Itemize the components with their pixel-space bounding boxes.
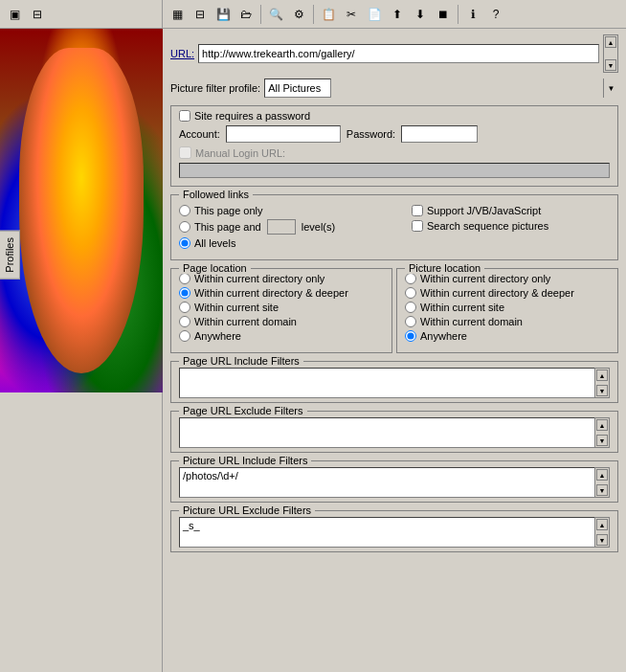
level-input[interactable] [267, 219, 296, 235]
sep-3 [458, 5, 458, 24]
picture-url-exclude-input[interactable] [179, 517, 594, 548]
url-label[interactable]: URL: [170, 48, 194, 59]
picture-url-exclude-scroll-down[interactable]: ▼ [596, 534, 608, 546]
page-url-exclude-scroll-down[interactable]: ▼ [596, 435, 608, 446]
toolbar-btn-up[interactable]: ⬆ [387, 4, 408, 25]
followed-links-section: Followed links This page only This page … [170, 194, 618, 260]
picture-url-include-scroll-up[interactable]: ▲ [596, 469, 608, 481]
page-url-exclude-section: Page URL Exclude Filters ▲ ▼ [170, 411, 618, 453]
page-loc-row-4: Anywhere [179, 330, 384, 342]
password-checkbox-row: Site requires a password [179, 110, 610, 122]
manual-login-bar [179, 163, 610, 178]
page-url-include-legend: Page URL Include Filters [179, 355, 303, 367]
this-page-only-radio[interactable] [179, 205, 190, 216]
account-label: Account: [179, 128, 220, 140]
page-url-exclude-scrollbar: ▲ ▼ [594, 417, 610, 448]
toolbar-btn-stop2[interactable]: ⏹ [433, 4, 454, 25]
toolbar-btn-cut[interactable]: ✂ [341, 4, 362, 25]
search-sequence-row: Search sequence pictures [412, 220, 610, 232]
sidebar-btn-1[interactable]: ▣ [4, 4, 25, 25]
pic-loc-radio-0[interactable] [405, 273, 416, 284]
support-js-checkbox[interactable] [412, 205, 423, 216]
pic-loc-label-2: Within current site [420, 302, 504, 313]
this-page-and-label: This page and [194, 221, 261, 233]
manual-login-row: Manual Login URL: [179, 146, 610, 159]
page-loc-radio-4[interactable] [179, 330, 190, 342]
picture-url-include-scroll-down[interactable]: ▼ [596, 484, 608, 496]
pic-loc-radio-2[interactable] [405, 302, 416, 313]
page-url-exclude-legend: Page URL Exclude Filters [179, 405, 307, 416]
profiles-tab[interactable]: Profiles [0, 231, 20, 280]
form-area: URL: ▲ ▼ Picture filter profile: All Pic… [163, 29, 626, 672]
this-page-only-row: This page only [179, 205, 403, 216]
toolbar-btn-open[interactable]: 🗁 [235, 4, 257, 25]
pic-loc-radio-3[interactable] [405, 316, 416, 327]
sep-2 [313, 5, 314, 24]
picture-url-exclude-area: ▲ ▼ [179, 517, 610, 548]
page-location-box: Page location Within current directory o… [170, 268, 392, 353]
url-scroll-down[interactable]: ▼ [605, 59, 616, 71]
page-url-exclude-scroll-up[interactable]: ▲ [596, 419, 608, 431]
profile-select-wrapper: All Pictures Images Only Custom ▼ [264, 78, 618, 98]
page-loc-radio-2[interactable] [179, 302, 190, 313]
toolbar-btn-copy1[interactable]: 📋 [318, 4, 339, 25]
page-url-include-area: ▲ ▼ [179, 368, 610, 398]
page-loc-label-3: Within current domain [194, 316, 297, 327]
mask-face-decoration [19, 48, 144, 373]
toolbar-btn-help[interactable]: ? [485, 4, 506, 25]
sidebar-btn-2[interactable]: ⊟ [27, 4, 48, 25]
pic-loc-radio-4[interactable] [405, 330, 416, 342]
profile-dropdown-arrow[interactable]: ▼ [603, 78, 618, 98]
manual-login-label: Manual Login URL: [195, 147, 285, 159]
account-input[interactable] [226, 125, 341, 143]
page-loc-row-1: Within current directory & deeper [179, 287, 384, 299]
picture-url-exclude-scrollbar: ▲ ▼ [594, 517, 610, 548]
page-location-legend: Page location [179, 262, 251, 274]
password-checkbox[interactable] [179, 110, 190, 122]
toolbar-btn-paste[interactable]: 📄 [364, 4, 385, 25]
page-loc-radio-0[interactable] [179, 273, 190, 284]
page-url-exclude-area: ▲ ▼ [179, 417, 610, 448]
pic-loc-label-1: Within current directory & deeper [420, 287, 574, 299]
url-input[interactable] [198, 44, 599, 63]
url-scrollbar[interactable]: ▲ ▼ [603, 34, 618, 73]
picture-url-include-input[interactable] [179, 467, 594, 498]
profile-select[interactable]: All Pictures Images Only Custom [264, 78, 331, 98]
picture-url-include-legend: Picture URL Include Filters [179, 455, 311, 466]
this-page-only-label: This page only [194, 205, 263, 216]
page-loc-radio-3[interactable] [179, 316, 190, 327]
this-page-and-radio[interactable] [179, 221, 190, 233]
page-url-include-scrollbar: ▲ ▼ [594, 368, 610, 398]
search-sequence-checkbox[interactable] [412, 220, 423, 232]
page-loc-label-4: Anywhere [194, 330, 241, 342]
page-url-include-scroll-up[interactable]: ▲ [596, 370, 608, 381]
profile-label: Picture filter profile: [170, 82, 260, 94]
all-levels-radio[interactable] [179, 237, 190, 249]
password-fieldset: Site requires a password Account: Passwo… [170, 105, 618, 187]
toolbar-btn-save[interactable]: 💾 [212, 4, 234, 25]
page-url-include-input[interactable] [179, 368, 594, 398]
main-content: ▦ ⊟ 💾 🗁 🔍 ⚙ 📋 ✂ 📄 ⬆ ⬇ ⏹ ℹ ? URL: ▲ ▼ Pic… [163, 0, 626, 672]
pic-loc-row-4: Anywhere [405, 330, 610, 342]
pic-loc-radio-1[interactable] [405, 287, 416, 299]
url-scroll-up[interactable]: ▲ [605, 36, 616, 48]
password-input[interactable] [401, 125, 478, 143]
page-url-exclude-input[interactable] [179, 417, 594, 448]
pic-loc-label-3: Within current domain [420, 316, 523, 327]
this-page-and-row: This page and level(s) [179, 219, 403, 235]
toolbar-btn-gear[interactable]: ⚙ [288, 4, 309, 25]
toolbar-btn-grid[interactable]: ▦ [167, 4, 188, 25]
picture-location-legend: Picture location [405, 262, 484, 274]
toolbar-btn-stop[interactable]: ⊟ [190, 4, 211, 25]
page-loc-row-2: Within current site [179, 302, 384, 313]
toolbar-btn-down[interactable]: ⬇ [410, 4, 431, 25]
toolbar-btn-search[interactable]: 🔍 [265, 4, 286, 25]
pic-loc-row-0: Within current directory only [405, 273, 610, 284]
page-loc-radio-1[interactable] [179, 287, 190, 299]
account-row: Account: Password: [179, 125, 610, 143]
toolbar-btn-info[interactable]: ℹ [462, 4, 483, 25]
page-loc-row-3: Within current domain [179, 316, 384, 327]
profile-row: Picture filter profile: All Pictures Ima… [170, 78, 618, 98]
page-url-include-scroll-down[interactable]: ▼ [596, 385, 608, 396]
picture-url-exclude-scroll-up[interactable]: ▲ [596, 519, 608, 530]
